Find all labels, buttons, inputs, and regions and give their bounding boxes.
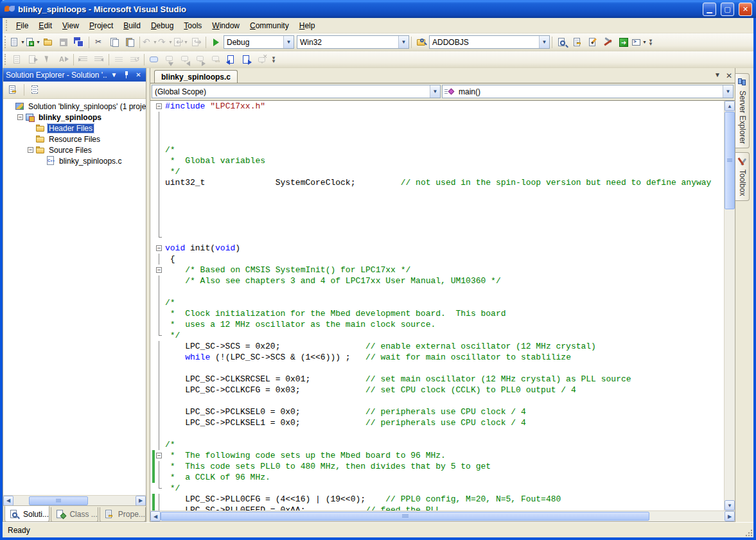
chevron-down-icon[interactable]: ▼ bbox=[723, 85, 733, 98]
collapse-icon[interactable]: − bbox=[17, 114, 23, 120]
undo-button[interactable]: ↶▼ bbox=[142, 35, 157, 49]
code-line[interactable]: /* bbox=[150, 144, 724, 155]
save-button[interactable] bbox=[56, 35, 71, 49]
code-line[interactable]: LPC_SC->PCLKSEL0 = 0x0; // peripherals u… bbox=[150, 406, 724, 417]
scroll-down-arrow[interactable]: ▼ bbox=[725, 500, 735, 510]
object-browser-button[interactable] bbox=[585, 35, 601, 49]
find-button[interactable] bbox=[414, 35, 429, 49]
code-line[interactable]: LPC_SC->PLL0CFG = (4<<16) | (19<<0); // … bbox=[150, 494, 724, 505]
properties-button[interactable] bbox=[5, 83, 21, 97]
properties-window-button[interactable] bbox=[570, 35, 585, 49]
minimize-button[interactable]: ▁ bbox=[703, 3, 716, 16]
menu-window[interactable]: Window bbox=[207, 19, 245, 32]
new-project-button[interactable]: ▼ bbox=[10, 35, 25, 49]
code-line[interactable]: /* bbox=[150, 297, 724, 308]
close-document-button[interactable]: ✕ bbox=[726, 71, 732, 80]
code-line[interactable]: */ bbox=[150, 330, 724, 341]
tree-item-blinky-spinloops[interactable]: −blinky_spinloops bbox=[3, 112, 146, 123]
start-page-button[interactable]: ➜ bbox=[616, 35, 631, 49]
next-bookmark-button[interactable] bbox=[193, 53, 208, 67]
toolbar-options-button[interactable]: ▾▾ bbox=[647, 39, 655, 46]
maximize-button[interactable]: ▢ bbox=[721, 3, 734, 16]
collapse-region-icon[interactable]: − bbox=[156, 267, 162, 273]
title-bar[interactable]: blinky_spinloops - Microsoft Visual Stud… bbox=[0, 0, 756, 18]
menu-project[interactable]: Project bbox=[84, 19, 118, 32]
next-bookmark-in-doc-button[interactable] bbox=[239, 53, 254, 67]
code-line[interactable]: * uses a 12 MHz oscillator as the main c… bbox=[150, 319, 724, 330]
outline-margin[interactable]: − bbox=[155, 101, 163, 112]
close-panel-button[interactable]: ✕ bbox=[134, 71, 143, 78]
member-list-button[interactable] bbox=[10, 53, 25, 67]
menu-edit[interactable]: Edit bbox=[33, 19, 57, 32]
code-line[interactable] bbox=[150, 286, 724, 297]
code-line[interactable]: − * The following code sets up the Mbed … bbox=[150, 450, 724, 461]
copy-button[interactable] bbox=[107, 35, 122, 49]
code-line[interactable] bbox=[150, 112, 724, 123]
code-line[interactable]: LPC_SC->SCS = 0x20; // enable external o… bbox=[150, 341, 724, 352]
code-line[interactable] bbox=[150, 221, 724, 232]
code-line[interactable]: − /* Based on CMSIS SystemInit() for LPC… bbox=[150, 265, 724, 275]
chevron-down-icon[interactable]: ▼ bbox=[430, 85, 440, 98]
code-line[interactable] bbox=[150, 123, 724, 134]
solution-platforms-combo[interactable]: Win32 ▼ bbox=[297, 35, 409, 49]
bookmark-toggle-button[interactable] bbox=[162, 53, 177, 67]
toolbar-grip[interactable] bbox=[4, 54, 8, 65]
code-line[interactable] bbox=[150, 199, 724, 210]
solution-explorer-header[interactable]: Solution Explorer - Solution '... ▼ ✕ bbox=[3, 68, 146, 82]
code-line[interactable] bbox=[150, 363, 724, 374]
chevron-down-icon[interactable]: ▼ bbox=[398, 36, 409, 48]
tab-solution-explorer[interactable]: Soluti... bbox=[4, 506, 49, 522]
toolbar-options-button[interactable]: ▾▾ bbox=[270, 57, 277, 63]
show-all-files-button[interactable] bbox=[28, 83, 43, 97]
collapse-icon[interactable]: − bbox=[28, 147, 33, 153]
code-line[interactable]: { bbox=[150, 254, 724, 265]
code-line[interactable]: LPC_SC->PCLKSEL1 = 0x0; // peripherals u… bbox=[150, 417, 724, 428]
code-line[interactable]: */ bbox=[150, 483, 724, 494]
toolbox-button[interactable] bbox=[601, 35, 616, 49]
code-line[interactable]: while (!(LPC_SC->SCS & (1<<6))) ; // wai… bbox=[150, 352, 724, 363]
editor-vscrollbar[interactable]: ▲ ▼ bbox=[724, 101, 735, 510]
decrease-indent-button[interactable] bbox=[76, 53, 91, 67]
menu-community[interactable]: Community bbox=[245, 19, 294, 32]
document-tab[interactable]: blinky_spinloops.c bbox=[154, 70, 238, 83]
menu-grip[interactable] bbox=[6, 20, 9, 30]
code-line[interactable]: /* Also see chapters 3 and 4 of LPC17xx … bbox=[150, 275, 724, 286]
navigate-backward-button[interactable]: ↩▼ bbox=[173, 35, 188, 49]
find-combo[interactable]: ADDOBJS ▼ bbox=[429, 35, 550, 49]
code-line[interactable] bbox=[150, 428, 724, 439]
word-completion-button[interactable]: A bbox=[56, 53, 71, 67]
scroll-right-arrow[interactable]: ▶ bbox=[725, 511, 735, 521]
clear-bookmarks-button[interactable]: ✕ bbox=[254, 53, 270, 67]
code-line[interactable]: −#include "LPC17xx.h" bbox=[150, 101, 724, 112]
code-line[interactable]: * Clock initialization for the Mbed deve… bbox=[150, 308, 724, 319]
tab-server-explorer[interactable]: Server Explorer bbox=[735, 73, 750, 148]
tab-class-view[interactable]: Class ... bbox=[51, 507, 98, 522]
scrollbar-thumb[interactable] bbox=[161, 512, 649, 521]
code-line[interactable]: /* bbox=[150, 439, 724, 450]
comment-button[interactable] bbox=[111, 53, 127, 67]
solution-explorer-hscrollbar[interactable]: ◀ ▶ bbox=[3, 495, 146, 505]
chevron-down-icon[interactable]: ▼ bbox=[539, 36, 549, 48]
menu-help[interactable]: Help bbox=[294, 19, 321, 32]
cut-button[interactable]: ✂ bbox=[91, 35, 107, 49]
tab-toolbox[interactable]: Toolbox bbox=[735, 152, 750, 200]
code-line[interactable] bbox=[150, 232, 724, 243]
outline-margin[interactable]: − bbox=[155, 265, 163, 275]
navigate-forward-button[interactable]: ↪ bbox=[188, 35, 204, 49]
solution-explorer-button[interactable] bbox=[554, 35, 570, 49]
increase-indent-button[interactable] bbox=[91, 53, 107, 67]
code-line[interactable] bbox=[150, 134, 724, 144]
redo-button[interactable]: ↷▼ bbox=[157, 35, 173, 49]
parameter-info-button[interactable] bbox=[25, 53, 40, 67]
outline-margin[interactable]: − bbox=[155, 450, 163, 461]
code-line[interactable]: * This code sets PLL0 to 480 MHz, then d… bbox=[150, 461, 724, 472]
chevron-down-icon[interactable]: ▼ bbox=[283, 36, 294, 48]
code-line[interactable] bbox=[150, 396, 724, 406]
code-line[interactable] bbox=[150, 210, 724, 221]
code-line[interactable]: * Global variables bbox=[150, 155, 724, 166]
scroll-up-arrow[interactable]: ▲ bbox=[725, 101, 735, 111]
tree-item-source-files[interactable]: −Source Files bbox=[3, 144, 146, 155]
document-list-dropdown[interactable]: ▼ bbox=[714, 71, 721, 80]
code-line[interactable]: LPC_SC->CLKSRCSEL = 0x01; // set main os… bbox=[150, 374, 724, 385]
collapse-region-icon[interactable]: − bbox=[156, 453, 162, 458]
